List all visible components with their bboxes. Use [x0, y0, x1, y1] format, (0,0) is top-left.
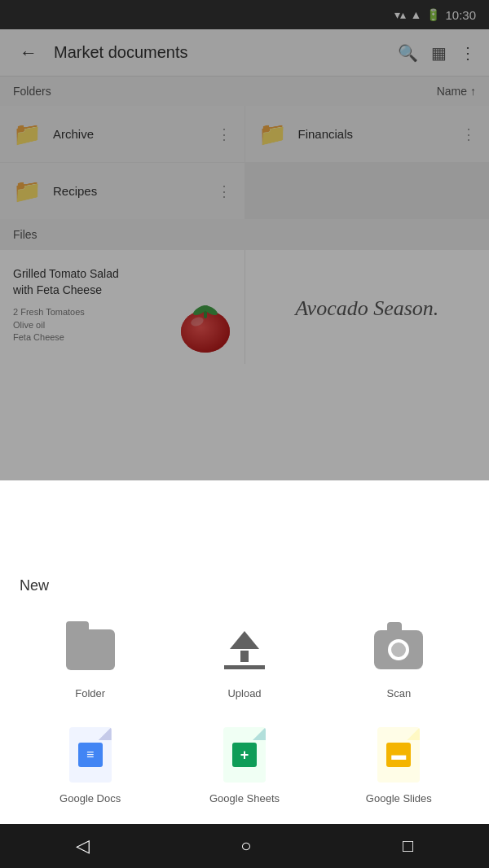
nav-home-button[interactable]: ○ — [224, 829, 267, 863]
nav-recent-button[interactable]: □ — [386, 829, 430, 863]
nav-back-button[interactable]: ◁ — [59, 829, 106, 863]
nav-bar: ◁ ○ □ — [0, 824, 489, 868]
gdocs-shape-icon: ≡ — [69, 727, 112, 783]
bottom-sheet-title: New — [20, 577, 469, 594]
new-gsheets-label: Google Sheets — [209, 792, 280, 804]
new-folder-label: Folder — [75, 687, 105, 699]
gdocs-badge: ≡ — [78, 743, 103, 767]
new-items-grid: Folder Upload Scan — [20, 620, 469, 804]
gsheets-new-icon: + — [215, 726, 274, 784]
gslides-shape-icon: ▬ — [377, 727, 420, 783]
bottom-sheet-new: New Folder Upload — [0, 555, 489, 824]
new-item-google-sheets[interactable]: + Google Sheets — [174, 726, 315, 804]
gslides-badge: ▬ — [386, 743, 411, 767]
new-item-google-docs[interactable]: ≡ Google Docs — [20, 726, 161, 804]
gsheets-badge: + — [232, 743, 257, 767]
camera-lens — [388, 639, 409, 660]
upload-new-icon — [215, 620, 274, 679]
new-gslides-label: Google Slides — [366, 792, 432, 804]
new-item-folder[interactable]: Folder — [20, 620, 161, 699]
scan-new-icon — [369, 620, 428, 679]
modal-overlay[interactable] — [0, 0, 489, 480]
upload-arrow — [230, 631, 259, 649]
folder-new-icon — [61, 620, 120, 679]
gdocs-new-icon: ≡ — [61, 726, 120, 784]
new-upload-label: Upload — [227, 687, 261, 699]
upload-stem — [240, 651, 249, 662]
upload-shape-icon — [224, 631, 265, 669]
new-item-google-slides[interactable]: ▬ Google Slides — [328, 726, 469, 804]
upload-base — [224, 665, 265, 669]
gsheets-shape-icon: + — [223, 727, 266, 783]
camera-shape-icon — [374, 630, 423, 669]
gslides-new-icon: ▬ — [369, 726, 428, 784]
new-gdocs-label: Google Docs — [59, 792, 121, 804]
folder-shape-icon — [66, 629, 115, 670]
new-scan-label: Scan — [387, 687, 412, 699]
new-item-scan[interactable]: Scan — [328, 620, 469, 699]
new-item-upload[interactable]: Upload — [174, 620, 315, 699]
